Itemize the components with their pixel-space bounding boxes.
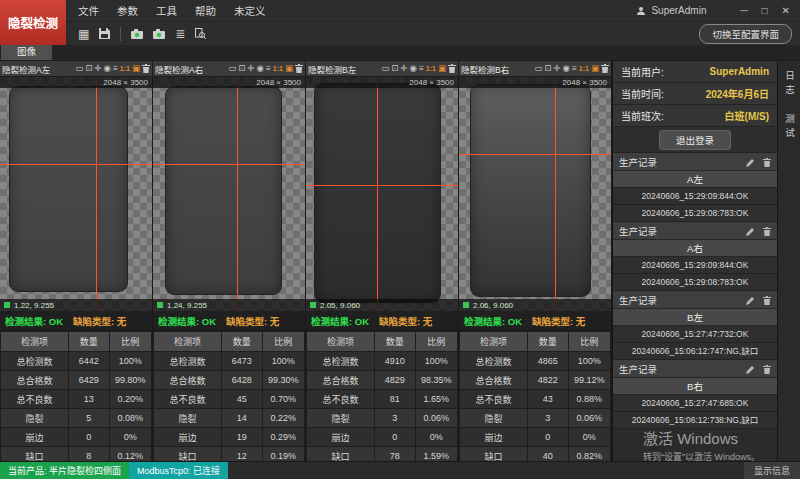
- fit-view-icon[interactable]: ▣: [591, 64, 599, 73]
- delete-icon[interactable]: [763, 153, 771, 171]
- camera-view[interactable]: 2048 × 3500 2.05, 9.060: [306, 77, 458, 311]
- select-rect-icon[interactable]: ▭: [75, 64, 83, 73]
- roi-icon[interactable]: ⊡: [544, 64, 551, 73]
- delete-icon[interactable]: [142, 64, 150, 73]
- list-icon[interactable]: ≡: [419, 64, 424, 73]
- menu-bar: 文件 参数 工具 帮助 未定义 SuperAdmin ─ □ ✕: [0, 0, 800, 22]
- edit-icon[interactable]: [746, 291, 755, 309]
- one-to-one-icon[interactable]: 1:1: [273, 65, 283, 72]
- edit-icon[interactable]: [746, 222, 755, 240]
- camera-a-icon[interactable]: [131, 29, 143, 39]
- stat-item-cell: 总合格数: [307, 371, 375, 390]
- delete-icon[interactable]: [295, 64, 303, 73]
- save-icon[interactable]: [99, 28, 110, 39]
- logout-button[interactable]: 退出登录: [659, 130, 731, 150]
- record-item[interactable]: 20240606_15:29:08:783:OK: [613, 274, 777, 291]
- one-to-one-icon[interactable]: 1:1: [120, 65, 130, 72]
- current-time-value: 2024年6月6日: [706, 86, 769, 101]
- select-rect-icon[interactable]: ▭: [534, 64, 542, 73]
- current-time-row: 当前时间: 2024年6月6日: [613, 83, 777, 105]
- switch-to-config-button[interactable]: 切换至配置界面: [699, 24, 792, 44]
- layers-icon[interactable]: ≣: [175, 28, 185, 40]
- tab-bar: 图像: [0, 45, 800, 61]
- eye-icon[interactable]: ◉: [409, 64, 416, 73]
- record-item[interactable]: 20240606_15:27:47:732:OK: [613, 326, 777, 343]
- table-row: 隐裂 14 0.22%: [154, 409, 305, 428]
- eye-icon[interactable]: ◉: [562, 64, 569, 73]
- record-item[interactable]: 20240606_15:06:12:747:NG,缺口: [613, 343, 777, 360]
- camera-b-icon[interactable]: [153, 29, 165, 39]
- tab-test[interactable]: 测试: [782, 114, 796, 141]
- menu-tools[interactable]: 工具: [156, 3, 177, 18]
- delete-icon[interactable]: [601, 64, 609, 73]
- table-row: 总检测数 4910 100%: [307, 352, 458, 371]
- view-grid-icon[interactable]: ▦: [78, 28, 89, 40]
- production-record-group: 生产记录 A左 20240606_15:29:09:844:OK 2024060…: [613, 153, 777, 222]
- pan-icon[interactable]: ✛: [553, 64, 560, 73]
- fit-view-icon[interactable]: ▣: [285, 64, 293, 73]
- show-info-toggle[interactable]: 显示信息: [744, 462, 800, 479]
- record-group-title: 生产记录: [619, 293, 657, 307]
- stat-count-cell: 14: [221, 409, 262, 428]
- tab-image[interactable]: 图像: [1, 43, 52, 60]
- delete-icon[interactable]: [448, 64, 456, 73]
- fit-view-icon[interactable]: ▣: [132, 64, 140, 73]
- record-item[interactable]: 20240606_15:29:09:844:OK: [613, 257, 777, 274]
- list-icon[interactable]: ≡: [266, 64, 271, 73]
- pan-icon[interactable]: ✛: [247, 64, 254, 73]
- user-area[interactable]: SuperAdmin: [636, 2, 706, 20]
- one-to-one-icon[interactable]: 1:1: [426, 65, 436, 72]
- edit-icon[interactable]: [746, 360, 755, 378]
- fit-view-icon[interactable]: ▣: [438, 64, 446, 73]
- delete-icon[interactable]: [763, 360, 771, 378]
- camera-view[interactable]: 2048 × 3500 1.22, 9.255: [0, 77, 152, 311]
- pan-icon[interactable]: ✛: [400, 64, 407, 73]
- search-report-icon[interactable]: [195, 28, 206, 39]
- record-item[interactable]: 20240606_15:29:08:783:OK: [613, 205, 777, 222]
- roi-icon[interactable]: ⊡: [391, 64, 398, 73]
- select-rect-icon[interactable]: ▭: [228, 64, 236, 73]
- minimize-icon[interactable]: ─: [740, 5, 747, 16]
- camera-panel: 隐裂检测B左 ▭ ⊡ ✛ ◉ ≡ 1:1 ▣ 2048 × 3500 2.05,…: [306, 61, 459, 461]
- record-item[interactable]: 20240606_15:29:09:844:OK: [613, 188, 777, 205]
- stat-item-cell: 隐裂: [154, 409, 222, 428]
- menu-params[interactable]: 参数: [117, 3, 138, 18]
- menu-file[interactable]: 文件: [78, 3, 99, 18]
- roi-icon[interactable]: ⊡: [85, 64, 92, 73]
- list-icon[interactable]: ≡: [572, 64, 577, 73]
- roi-icon[interactable]: ⊡: [238, 64, 245, 73]
- status-dot: [310, 302, 316, 308]
- camera-title: 隐裂检测B左: [308, 63, 356, 75]
- menu-undefined[interactable]: 未定义: [234, 3, 266, 18]
- maximize-icon[interactable]: □: [762, 5, 768, 16]
- current-time-label: 当前时间:: [621, 86, 664, 101]
- eye-icon[interactable]: ◉: [256, 64, 263, 73]
- table-header-row: 检测项 数量 比例: [154, 332, 305, 352]
- delete-icon[interactable]: [763, 291, 771, 309]
- table-row: 总不良数 45 0.70%: [154, 390, 305, 409]
- pan-icon[interactable]: ✛: [94, 64, 101, 73]
- tab-log[interactable]: 日志: [782, 71, 796, 98]
- camera-header: 隐裂检测A左 ▭ ⊡ ✛ ◉ ≡ 1:1 ▣: [0, 61, 152, 77]
- close-icon[interactable]: ✕: [782, 5, 790, 16]
- user-name: SuperAdmin: [651, 5, 706, 16]
- crosshair-horizontal: [459, 154, 611, 155]
- camera-view[interactable]: 2048 × 3500 2.06, 9.060: [459, 77, 611, 311]
- result-text: 检测结果: OK: [158, 314, 216, 328]
- eye-icon[interactable]: ◉: [103, 64, 110, 73]
- edit-icon[interactable]: [746, 153, 755, 171]
- delete-icon[interactable]: [763, 222, 771, 240]
- record-group-actions: [746, 153, 771, 171]
- one-to-one-icon[interactable]: 1:1: [579, 65, 589, 72]
- record-item[interactable]: 20240606_15:27:47:685:OK: [613, 395, 777, 412]
- stat-ratio-cell: 0.22%: [262, 409, 304, 428]
- camera-view[interactable]: 2048 × 3500 1.24, 9.255: [153, 77, 305, 311]
- record-item[interactable]: 20240606_15:06:12:738:NG,缺口: [613, 412, 777, 429]
- modbus-status-badge: ModbusTcp0: 已连接: [129, 462, 228, 479]
- list-icon[interactable]: ≡: [113, 64, 118, 73]
- record-group-header: 生产记录: [613, 153, 777, 171]
- select-rect-icon[interactable]: ▭: [381, 64, 389, 73]
- logout-row: 退出登录: [613, 127, 777, 153]
- window-controls: ─ □ ✕: [740, 5, 790, 16]
- menu-help[interactable]: 帮助: [195, 3, 216, 18]
